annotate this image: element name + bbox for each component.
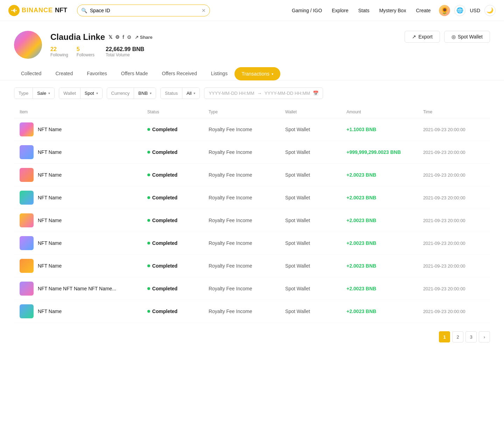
header-actions: 🌻 🌐 USD 🌙 [439, 5, 496, 16]
amount-cell: +1.1003 BNB [346, 127, 423, 132]
table-row: NFT Name Completed Royalty Fee Income Sp… [14, 300, 490, 323]
table-row: NFT Name Completed Royalty Fee Income Sp… [14, 141, 490, 164]
export-button[interactable]: ↗ Export [405, 31, 440, 43]
wallet-filter-label: Wallet [59, 88, 80, 99]
status-dot-icon [147, 242, 150, 245]
wallet-cell: Spot Wallet [285, 149, 346, 155]
date-arrow-icon: → [257, 91, 262, 96]
th-status: Status [147, 109, 209, 114]
share-label: Share [140, 35, 153, 40]
profile-info: Claudia Linke 𝕏 ⚙ f ⊙ ↗ Share 22 Followi… [50, 32, 153, 57]
nav-stats[interactable]: Stats [358, 8, 369, 13]
wallet-cell: Spot Wallet [285, 309, 346, 314]
page-3-button[interactable]: 3 [465, 331, 477, 342]
avatar[interactable]: 🌻 [439, 5, 450, 16]
wallet-cell: Spot Wallet [285, 263, 346, 269]
facebook-icon[interactable]: f [122, 34, 124, 40]
brand-name: BINANCE [22, 7, 53, 14]
item-cell: NFT Name [20, 213, 147, 227]
status-filter-select[interactable]: All ▾ [182, 88, 200, 99]
export-label: Export [418, 34, 432, 40]
nft-thumbnail [20, 236, 34, 250]
tab-collected[interactable]: Collected [14, 67, 48, 80]
type-filter: Type Sale ▾ [14, 87, 55, 99]
type-filter-select[interactable]: Sale ▾ [33, 88, 54, 99]
logo[interactable]: BINANCE NFT [8, 5, 67, 16]
page-1-button[interactable]: 1 [439, 331, 450, 342]
nft-thumbnail [20, 145, 34, 159]
time-cell: 2021-09-23 20:00:00 [423, 263, 484, 269]
wallet-cell: Spot Wallet [285, 195, 346, 200]
status-filter-value: All [187, 91, 191, 96]
amount-cell: +2.0023 BNB [346, 172, 423, 178]
nav-create[interactable]: Create [416, 8, 430, 13]
amount-cell: +2.0023 BNB [346, 263, 423, 269]
following-stat[interactable]: 22 Following [50, 46, 68, 57]
main-nav: Gaming / IGO Explore Stats Mystery Box C… [292, 8, 431, 13]
nav-gaming[interactable]: Gaming / IGO [292, 8, 322, 13]
spot-wallet-button[interactable]: ◎ Spot Wallet [444, 31, 490, 43]
search-input[interactable] [77, 5, 210, 16]
tab-transactions-label: Transactions [241, 71, 270, 77]
nft-name: NFT Name [38, 263, 62, 269]
status-label: Completed [152, 195, 177, 200]
status-dot-icon [147, 287, 150, 290]
status-cell: Completed [147, 218, 209, 223]
tabs-section: Collected Created Favorites Offers Made … [0, 59, 504, 80]
wallet-filter-select[interactable]: Spot ▾ [80, 88, 102, 99]
total-volume-label: Total Volume [106, 52, 144, 57]
nft-name: NFT Name [38, 172, 62, 178]
share-icon: ↗ [135, 35, 139, 40]
status-cell: Completed [147, 195, 209, 200]
status-cell: Completed [147, 127, 209, 132]
link-icon[interactable]: ⊙ [127, 34, 131, 40]
wallet-cell: Spot Wallet [285, 172, 346, 178]
time-cell: 2021-09-23 20:00:00 [423, 127, 484, 132]
nav-explore[interactable]: Explore [332, 8, 348, 13]
share-button[interactable]: ↗ Share [135, 35, 153, 40]
wallet-cell: Spot Wallet [285, 127, 346, 132]
date-range-filter[interactable]: YYYY-MM-DD HH:MM → YYYY-MM-DD HH:MM 📅 [204, 87, 323, 99]
amount-cell: +2.0023 BNB [346, 195, 423, 200]
time-cell: 2021-09-23 20:00:00 [423, 150, 484, 155]
th-item: Item [20, 109, 147, 114]
discord-icon[interactable]: ⚙ [115, 34, 120, 40]
followers-stat[interactable]: 5 Followers [77, 46, 94, 57]
currency-selector[interactable]: USD [470, 8, 480, 13]
dark-mode-toggle[interactable]: 🌙 [484, 5, 496, 16]
nft-name: NFT Name [38, 149, 62, 155]
tab-offers-received[interactable]: Offers Received [155, 67, 204, 80]
item-cell: NFT Name [20, 259, 147, 273]
status-cell: Completed [147, 240, 209, 246]
page-2-button[interactable]: 2 [452, 331, 463, 342]
status-label: Completed [152, 127, 177, 132]
th-amount: Amount [346, 109, 423, 114]
type-cell: Royalty Fee Income [209, 195, 285, 200]
page-next-button[interactable]: › [479, 331, 490, 342]
time-cell: 2021-09-23 20:00:00 [423, 286, 484, 291]
item-cell: NFT Name [20, 145, 147, 159]
currency-filter-select[interactable]: BNB ▾ [134, 88, 156, 99]
time-cell: 2021-09-23 20:00:00 [423, 195, 484, 200]
status-filter: Status All ▾ [160, 87, 200, 99]
following-label: Following [50, 52, 68, 57]
tab-listings[interactable]: Listings [204, 67, 234, 80]
globe-button[interactable]: 🌐 [454, 5, 465, 16]
twitter-icon[interactable]: 𝕏 [108, 34, 112, 40]
status-label: Completed [152, 172, 177, 178]
tab-created[interactable]: Created [48, 67, 80, 80]
total-volume-stat: 22,662.99 BNB Total Volume [106, 46, 144, 57]
table-row: NFT Name Completed Royalty Fee Income Sp… [14, 164, 490, 186]
nft-thumbnail [20, 122, 34, 136]
profile-left: Claudia Linke 𝕏 ⚙ f ⊙ ↗ Share 22 Followi… [14, 31, 153, 59]
profile-actions: ↗ Export ◎ Spot Wallet [405, 31, 490, 43]
nft-name: NFT Name NFT Name NFT Name... [38, 286, 116, 291]
tab-favorites[interactable]: Favorites [80, 67, 114, 80]
nav-mystery-box[interactable]: Mystery Box [379, 8, 406, 13]
search-clear-icon[interactable]: ✕ [202, 8, 206, 13]
tab-offers-made[interactable]: Offers Made [114, 67, 155, 80]
time-cell: 2021-09-23 20:00:00 [423, 309, 484, 314]
time-cell: 2021-09-23 20:00:00 [423, 218, 484, 223]
wallet-icon: ◎ [451, 34, 456, 40]
tab-transactions[interactable]: Transactions ▾ [234, 67, 280, 80]
